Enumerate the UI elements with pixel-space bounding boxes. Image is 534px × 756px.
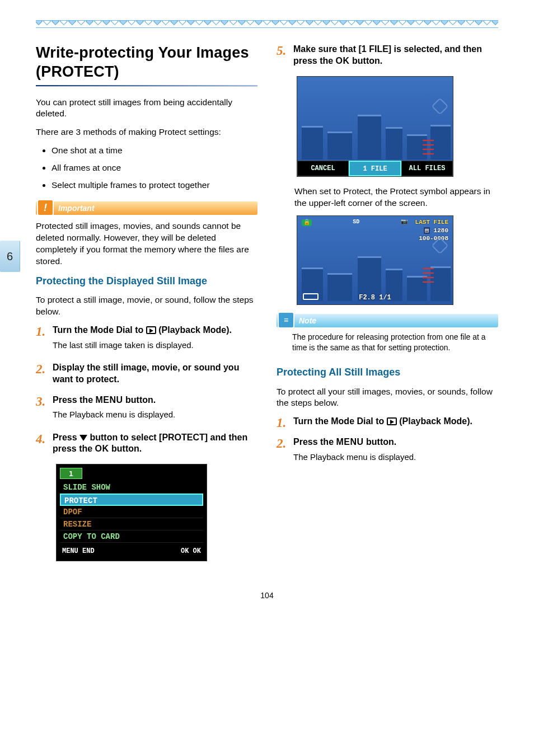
decorative-border bbox=[36, 20, 498, 28]
step-desc: The Playback menu is displayed. bbox=[53, 409, 257, 420]
menu-glyph: MENU bbox=[95, 395, 123, 405]
step-number: 4. bbox=[36, 432, 53, 459]
intro-p1: You can protect still images from being … bbox=[36, 97, 257, 120]
ok-glyph: OK bbox=[95, 444, 109, 453]
step-4: 4. Press button to select [PROTECT] and … bbox=[36, 432, 257, 459]
important-label: Important bbox=[58, 203, 95, 214]
menu-row-selected: PROTECT bbox=[60, 494, 203, 506]
protect-options-screenshot: ▬▬▬▬▬▬▬▬▬▬▬▬▬▬▬▬▬▬▬▬ CANCEL 1 FILE ALL F… bbox=[297, 76, 453, 177]
menu-row: SLIDE SHOW bbox=[60, 481, 203, 494]
menu-bottom-left: MENU END bbox=[62, 546, 95, 556]
step-number: 5. bbox=[277, 44, 293, 71]
protect-option-1file: 1 FILE bbox=[349, 161, 401, 176]
important-banner: ! Important bbox=[36, 201, 257, 215]
playback-icon bbox=[146, 326, 156, 334]
protect-option-cancel: CANCEL bbox=[297, 161, 349, 176]
sd-icon: SD bbox=[353, 219, 359, 226]
playback-icon bbox=[387, 417, 397, 425]
important-text: Protected still images, movies, and soun… bbox=[36, 220, 257, 267]
menu-row: RESIZE bbox=[60, 518, 203, 530]
protect-option-allfiles: ALL FILES bbox=[401, 161, 453, 176]
subhead-protect-displayed: Protecting the Displayed Still Image bbox=[36, 274, 257, 288]
step-1: 1. Turn the Mode Dial to (Playback Mode)… bbox=[36, 325, 257, 356]
step-title: Turn the Mode Dial to (Playback Mode). bbox=[53, 325, 257, 336]
resolution-label: ▤ 1280 bbox=[415, 227, 448, 234]
menu-tab: 1 bbox=[60, 468, 82, 479]
step-title: Press button to select [PROTECT] and the… bbox=[53, 432, 257, 456]
menu-glyph: MENU bbox=[336, 437, 363, 447]
step-desc: The last still image taken is displayed. bbox=[53, 340, 257, 351]
down-triangle-icon bbox=[79, 435, 87, 441]
page-title: Write-protecting Your Images (PROTECT) bbox=[36, 44, 257, 82]
note-text: The procedure for releasing protection f… bbox=[292, 332, 498, 353]
wave-graphic: ▬▬▬▬▬▬▬▬▬▬▬▬▬▬▬▬▬▬▬▬ bbox=[423, 266, 449, 284]
left-column: Write-protecting Your Images (PROTECT) Y… bbox=[36, 44, 257, 570]
step5-desc: When set to Protect, the Protect symbol … bbox=[294, 186, 498, 209]
step-desc: The Playback menu is displayed. bbox=[293, 452, 498, 463]
step-title: Make sure that [1 FILE] is selected, and… bbox=[293, 44, 498, 67]
note-icon: ≡ bbox=[278, 312, 294, 328]
note-label: Note bbox=[299, 316, 316, 326]
step-number: 1. bbox=[36, 325, 53, 356]
intro-p2: There are 3 methods of making Protect se… bbox=[36, 126, 257, 138]
camera-icon: 📷 bbox=[401, 219, 407, 226]
methods-list: One shot at a time All frames at once Se… bbox=[36, 145, 257, 191]
subhead1-intro: To protect a still image, movie, or soun… bbox=[36, 294, 257, 318]
right-column: 5. Make sure that [1 FILE] is selected, … bbox=[277, 44, 498, 570]
step-number: 2. bbox=[277, 436, 293, 468]
method-item: Select multiple frames to protect togeth… bbox=[51, 180, 257, 191]
step-title: Press the MENU button. bbox=[293, 436, 498, 448]
wave-graphic: ▬▬▬▬▬▬▬▬▬▬▬▬▬▬▬▬▬▬▬▬ bbox=[423, 138, 449, 156]
menu-bottom-right: OK OK bbox=[181, 546, 201, 556]
important-icon: ! bbox=[37, 199, 54, 216]
method-item: All frames at once bbox=[51, 162, 257, 174]
step-all-2: 2. Press the MENU button. The Playback m… bbox=[277, 436, 498, 468]
page-number: 104 bbox=[36, 590, 498, 601]
last-file-label: LAST FILE bbox=[415, 218, 448, 226]
subhead2-intro: To protect all your still images, movies… bbox=[277, 386, 498, 410]
step-number: 1. bbox=[277, 416, 293, 431]
menu-row: DPOF bbox=[60, 506, 203, 518]
diamond-row bbox=[36, 21, 498, 24]
step-all-1: 1. Turn the Mode Dial to (Playback Mode)… bbox=[277, 416, 498, 431]
section-tab: 6 bbox=[0, 241, 20, 272]
note-banner: ≡ Note bbox=[277, 314, 498, 327]
subhead-protect-all: Protecting All Still Images bbox=[277, 365, 498, 379]
method-item: One shot at a time bbox=[51, 145, 257, 157]
ok-glyph: OK bbox=[336, 56, 350, 65]
step-2: 2. Display the still image, movie, or so… bbox=[36, 362, 257, 389]
step-number: 2. bbox=[36, 362, 53, 389]
protect-symbol-screenshot: 🔒 SD 📷 LAST FILE ▤ 1280 100-0008 ▬▬▬▬▬▬▬… bbox=[297, 215, 453, 305]
exposure-label: F2.8 1/1 bbox=[297, 294, 453, 301]
playback-menu-screenshot: 1 SLIDE SHOW PROTECT DPOF RESIZE COPY TO… bbox=[56, 464, 207, 561]
step-title: Display the still image, movie, or sound… bbox=[53, 362, 257, 386]
step-3: 3. Press the MENU button. The Playback m… bbox=[36, 395, 257, 426]
menu-row: COPY TO CARD bbox=[60, 530, 203, 543]
protect-symbol-icon: 🔒 bbox=[302, 219, 312, 226]
step-title: Turn the Mode Dial to (Playback Mode). bbox=[293, 416, 498, 428]
step-5: 5. Make sure that [1 FILE] is selected, … bbox=[277, 44, 498, 71]
step-title: Press the MENU button. bbox=[53, 395, 257, 406]
step-number: 3. bbox=[36, 395, 53, 426]
title-rule bbox=[36, 85, 257, 87]
